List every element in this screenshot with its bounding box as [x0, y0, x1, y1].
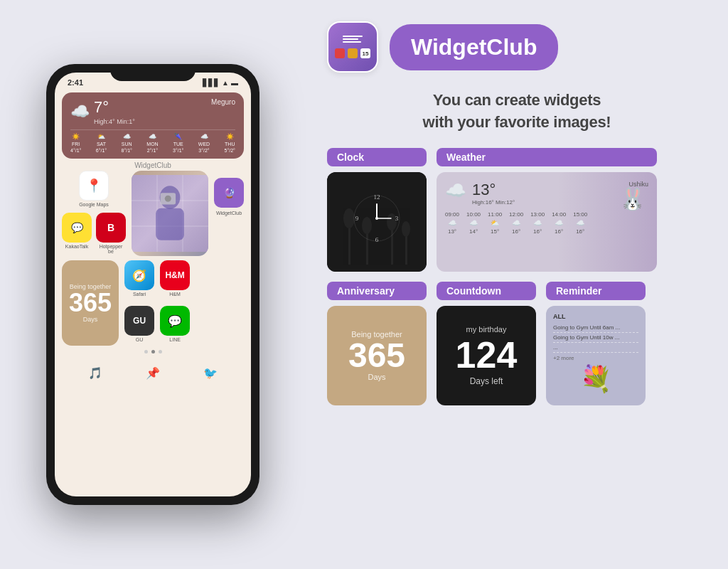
- kakao-icon: 💬: [62, 213, 92, 243]
- safari-label: Safari: [133, 292, 146, 297]
- weather-preview-location: Ushiku: [628, 181, 648, 188]
- gmaps-label: Google Maps: [79, 202, 109, 207]
- app-header: 15 WidgetClub: [327, 21, 707, 73]
- rp-all: ALL: [553, 313, 638, 320]
- widgetclub-phone-icon: 🔮: [214, 178, 244, 208]
- kakao-label: KakaoTalk: [65, 244, 88, 249]
- svg-rect-9: [327, 172, 427, 272]
- anniversary-label[interactable]: Anniversary: [327, 282, 427, 300]
- app-safari[interactable]: 🧭 Safari: [124, 260, 154, 300]
- clock-category: Clock: [327, 148, 427, 272]
- anni-days: Days: [83, 316, 98, 323]
- app-line[interactable]: 💬 LINE: [160, 306, 190, 346]
- phone-weather-days: ☀️FRI4°/1° ⛅SAT6°/1° ☁️SUN8°/1° ☁️MON2°/…: [70, 129, 235, 153]
- rp-item-3: ...: [553, 343, 638, 353]
- svg-text:6: 6: [375, 236, 379, 243]
- bottom-icon-2: 📌: [141, 361, 165, 385]
- dot-2: [151, 350, 155, 353]
- phone-screen: 2:41 ▋▋▋ ▲ ▬ ☁️ 7° High:4° Min:1°: [55, 73, 251, 496]
- rp-item-1: Going to Gym Until 6am ...: [553, 323, 638, 333]
- rp-item-2: Going to Gym Until 10w ...: [553, 333, 638, 343]
- cloud-icon: ☁️: [70, 102, 90, 121]
- app-row-2: 💬 KakaoTalk B Hotpepper be: [62, 213, 126, 254]
- category-row-1: Clock: [327, 148, 707, 272]
- weather-label[interactable]: Weather: [437, 148, 657, 166]
- cp-days-left: Days left: [470, 376, 503, 386]
- app-item-hotpepper[interactable]: B Hotpepper be: [96, 213, 126, 254]
- app-icon-dots: 15: [335, 48, 370, 58]
- svg-point-11: [343, 208, 355, 228]
- icon-line-3: [343, 41, 361, 43]
- line-icon: 💬: [160, 306, 190, 336]
- weather-temp-section: ☁️ 7° High:4° Min:1°: [70, 98, 135, 125]
- widget-categories: Clock: [327, 148, 707, 405]
- countdown-preview: my birthday 124 Days left: [437, 306, 536, 405]
- svg-rect-12: [366, 229, 368, 265]
- safari-icon: 🧭: [124, 260, 154, 290]
- phone-photo-widget: [132, 171, 208, 256]
- widgetclub-app-item[interactable]: 🔮 WidgetClub: [214, 171, 244, 256]
- bottom-icon-3: 🐦: [198, 361, 223, 385]
- hotpepper-icon: B: [96, 213, 126, 243]
- status-icons: ▋▋▋ ▲ ▬: [203, 79, 238, 87]
- anni-number: 365: [69, 290, 112, 316]
- phone-weather-temp: 7°: [94, 98, 135, 117]
- wifi-icon: ▲: [222, 79, 229, 87]
- svg-point-13: [362, 217, 372, 234]
- app-name-badge: WidgetClub: [390, 24, 558, 70]
- svg-text:3: 3: [395, 215, 399, 222]
- anniversary-category: Anniversary Being together 365 Days: [327, 282, 427, 405]
- hotpepper-label: Hotpepper be: [96, 244, 126, 254]
- gu-label: GU: [136, 337, 144, 342]
- widgetclub-phone-label: WidgetClub: [216, 211, 242, 216]
- phone-row-3: Being together 365 Days 🧭 Safari H&M H&M: [55, 260, 251, 346]
- clock-svg: 12 3 6 9: [327, 172, 427, 272]
- dot-orange: [348, 48, 358, 58]
- weather-category: Weather ☁️ 13° High:16° Min:12°: [437, 148, 657, 272]
- status-time: 2:41: [68, 78, 83, 87]
- app-hm[interactable]: H&M H&M: [160, 260, 190, 300]
- clock-label[interactable]: Clock: [327, 148, 427, 166]
- svg-point-17: [402, 221, 410, 237]
- svg-point-25: [375, 217, 378, 220]
- app-icon-container: 15: [327, 21, 378, 73]
- clock-preview: 12 3 6 9: [327, 172, 427, 272]
- app-icon-lines: [343, 36, 363, 43]
- left-panel: 2:41 ▋▋▋ ▲ ▬ ☁️ 7° High:4° Min:1°: [0, 0, 306, 569]
- weather-preview-cloud: ☁️: [445, 181, 466, 201]
- icon-line-1: [343, 36, 363, 37]
- app-item-kakao[interactable]: 💬 KakaoTalk: [62, 213, 92, 254]
- app-gu[interactable]: GU GU: [124, 306, 154, 346]
- weather-preview-highlow: High:16° Min:12°: [472, 199, 515, 206]
- battery-icon: ▬: [231, 79, 238, 87]
- rp-flower-icon: 💐: [553, 364, 638, 394]
- dot-3: [159, 350, 162, 353]
- tagline-text: You can create widgets with your favorit…: [327, 90, 707, 134]
- category-row-2: Anniversary Being together 365 Days Coun…: [327, 282, 707, 405]
- app-name-text: WidgetClub: [411, 34, 537, 60]
- bottom-icon-1: 🎵: [83, 361, 107, 385]
- weather-preview-temp: 13°: [472, 181, 496, 199]
- weather-top: ☁️ 7° High:4° Min:1° Meguro: [70, 98, 235, 125]
- line-label: LINE: [169, 337, 181, 342]
- phone-row-1: 📍 Google Maps 💬 KakaoTalk B Hotpepper: [55, 171, 251, 260]
- photo-placeholder: [132, 171, 208, 256]
- svg-rect-10: [348, 222, 350, 265]
- rp-more: +2 more: [553, 355, 638, 361]
- phone-bottom-row: 🎵 📌 🐦: [55, 358, 251, 385]
- gu-icon: GU: [124, 306, 154, 336]
- svg-rect-16: [405, 233, 407, 265]
- svg-point-8: [165, 196, 171, 202]
- countdown-label[interactable]: Countdown: [437, 282, 536, 300]
- app-item-gmaps[interactable]: 📍 Google Maps: [79, 171, 109, 207]
- countdown-category: Countdown my birthday 124 Days left: [437, 282, 536, 405]
- svg-rect-6: [156, 208, 184, 240]
- ap-days: Days: [368, 373, 385, 381]
- reminder-category: Reminder ALL Going to Gym Until 6am ... …: [546, 282, 646, 405]
- phone-frame: 2:41 ▋▋▋ ▲ ▬ ☁️ 7° High:4° Min:1°: [46, 64, 259, 505]
- app-icon-inner: 15: [328, 23, 377, 71]
- anniversary-preview: Being together 365 Days: [327, 306, 427, 405]
- phone-left-apps: 📍 Google Maps 💬 KakaoTalk B Hotpepper: [62, 171, 126, 256]
- reminder-label[interactable]: Reminder: [546, 282, 646, 300]
- dot-red: [335, 48, 345, 58]
